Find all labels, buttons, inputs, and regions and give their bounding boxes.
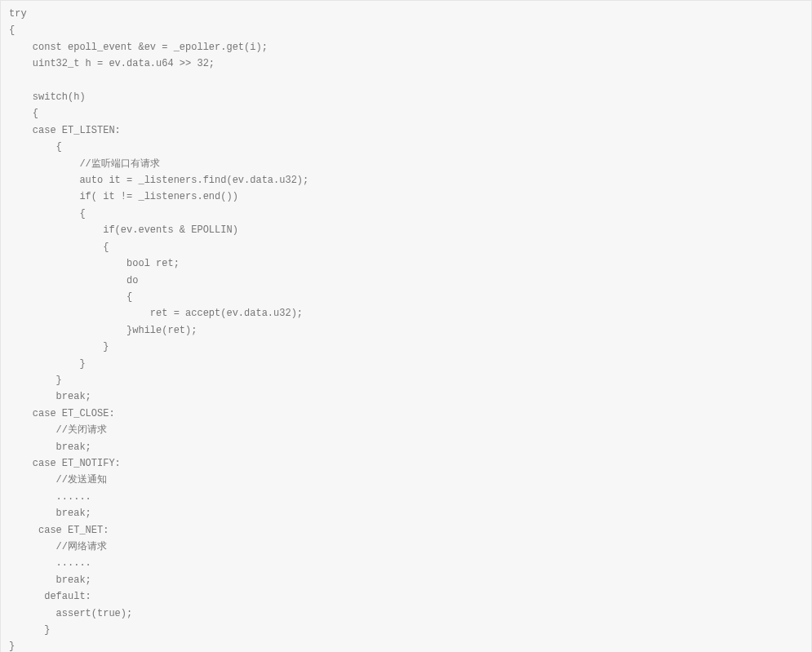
code-content: try { const epoll_event &ev = _epoller.g… — [9, 8, 308, 652]
code-block: try { const epoll_event &ev = _epoller.g… — [0, 0, 812, 652]
